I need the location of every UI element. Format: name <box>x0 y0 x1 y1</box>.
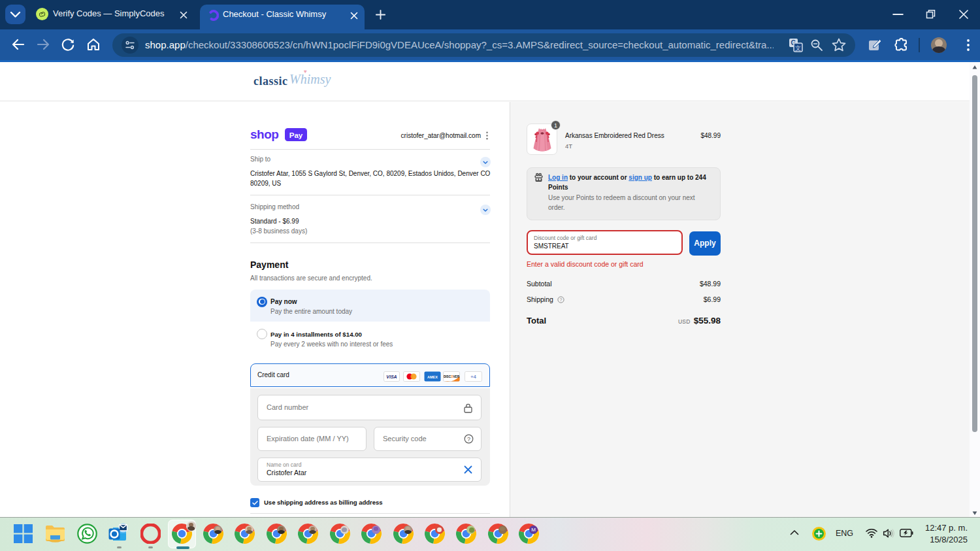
svg-text:DISCOVER: DISCOVER <box>444 375 460 378</box>
svg-text:AMEX: AMEX <box>427 375 438 379</box>
svg-text:?: ? <box>467 436 470 442</box>
svg-text:+4: +4 <box>470 374 477 380</box>
svg-text:VISA: VISA <box>386 375 397 379</box>
svg-text:文: 文 <box>795 45 801 52</box>
svg-text:?: ? <box>560 297 563 302</box>
svg-text:shop: shop <box>250 127 278 141</box>
svg-text:Pay: Pay <box>289 131 303 139</box>
